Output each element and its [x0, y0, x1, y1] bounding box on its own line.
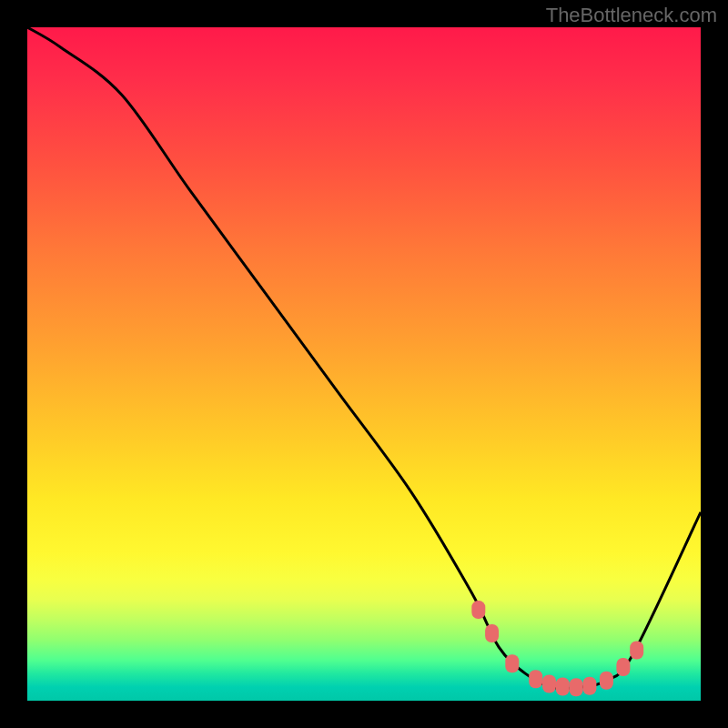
- chart-marker: [485, 624, 499, 642]
- watermark-text: TheBottleneck.com: [546, 4, 717, 27]
- chart-marker: [471, 601, 485, 619]
- chart-markers: [471, 601, 643, 696]
- chart-marker: [542, 675, 556, 693]
- chart-marker: [630, 642, 643, 660]
- chart-marker: [582, 677, 596, 695]
- chart-marker: [600, 672, 613, 690]
- chart-curve: [27, 27, 701, 689]
- chart-plot-area: [27, 27, 701, 701]
- chart-marker: [616, 658, 630, 676]
- chart-marker: [529, 670, 542, 688]
- chart-svg: [27, 27, 701, 701]
- chart-marker: [556, 677, 570, 695]
- chart-marker: [505, 654, 519, 672]
- chart-marker: [570, 678, 583, 696]
